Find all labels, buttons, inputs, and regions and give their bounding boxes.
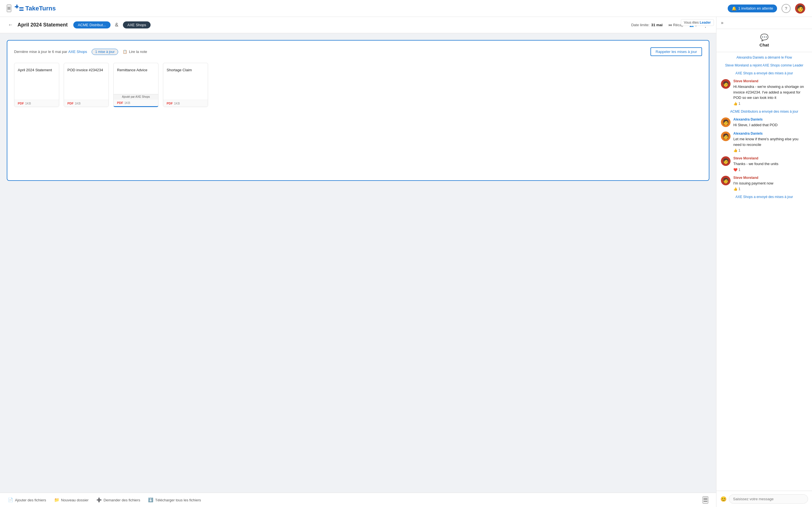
download-all-button[interactable]: ⬇️ Télécharger tous les fichiers xyxy=(148,497,201,503)
note-icon: 📋 xyxy=(123,50,127,54)
date-label: Date limite: xyxy=(631,23,650,27)
file-name-0: April 2024 Statement xyxy=(18,68,56,73)
leader-word: Leader xyxy=(700,20,711,24)
chat-msg-6: 🧑 Alexandra Daniels Let me know if there… xyxy=(721,131,808,152)
svg-rect-1 xyxy=(16,4,17,8)
main-layout: ← April 2024 Statement ACME Distribut...… xyxy=(0,17,812,507)
date-value: 31 mai xyxy=(651,23,663,27)
hamburger-menu[interactable]: ≡ xyxy=(7,4,11,12)
update-badge-button[interactable]: 1 mise à jour xyxy=(92,49,118,55)
note-label: Lire la note xyxy=(129,50,147,54)
msg-reaction-3[interactable]: 👍 1 xyxy=(733,102,808,106)
read-note-button[interactable]: 📋 Lire la note xyxy=(123,50,147,54)
msg-content-6: Alexandra Daniels Let me know if there's… xyxy=(733,131,808,152)
bottom-more-button[interactable]: ☰ xyxy=(703,496,708,504)
system-msg-2: AXE Shops a envoyé des mises à jour xyxy=(721,71,808,75)
pdf-label-0: PDF xyxy=(18,102,24,105)
msg-content-5: Alexandra Daniels Hi Steve, I added that… xyxy=(733,117,808,128)
bell-icon: 🔔 xyxy=(732,6,737,11)
file-card-0[interactable]: April 2024 Statement PDF 1KB xyxy=(14,63,59,107)
add-files-icon: 📄 xyxy=(8,497,13,503)
system-msg-9: AXE Shops a envoyé des mises à jour xyxy=(721,195,808,199)
msg-content-8: Steve Moreland I'm issuing payment now 👍… xyxy=(733,176,808,191)
msg-sender-5: Alexandra Daniels xyxy=(733,117,808,121)
msg-sender-3: Steve Moreland xyxy=(733,79,808,83)
emoji-button[interactable]: 😊 xyxy=(720,496,726,502)
avatar-steve-0: 🧑 xyxy=(721,79,730,89)
ampersand-separator: & xyxy=(115,22,118,28)
content-card: Dernière mise à jour le 6 mai par AXE Sh… xyxy=(7,40,709,181)
help-button[interactable]: ? xyxy=(781,4,791,13)
leader-badge: Vous êtes Leader xyxy=(681,19,714,26)
page-title: April 2024 Statement xyxy=(17,22,68,28)
user-avatar[interactable]: 🧑 xyxy=(795,3,805,13)
new-folder-button[interactable]: 📁 Nouveau dossier xyxy=(54,497,89,503)
axe-tag[interactable]: AXE Shops xyxy=(123,21,151,29)
download-all-icon: ⬇️ xyxy=(148,497,153,503)
msg-content-3: Steve Moreland Hi Alexandra - we're show… xyxy=(733,79,808,106)
file-grid: April 2024 Statement PDF 1KB POD invoice… xyxy=(14,63,702,107)
update-text: Dernière mise à jour le 6 mai par AXE Sh… xyxy=(14,50,87,54)
acme-tag[interactable]: ACME Distribut... xyxy=(73,21,110,29)
chat-msg-3: 🧑 Steve Moreland Hi Alexandra - we're sh… xyxy=(721,79,808,106)
msg-text-8: I'm issuing payment now xyxy=(733,180,808,186)
chat-msg-5: 🧑 Alexandra Daniels Hi Steve, I added th… xyxy=(721,117,808,128)
recall-updates-button[interactable]: Rappeler les mises à jour xyxy=(651,47,702,56)
file-card-3[interactable]: Shortage Claim PDF 1KB xyxy=(163,63,208,107)
request-files-button[interactable]: ➕ Demander des fichiers xyxy=(96,497,140,503)
update-bar: Dernière mise à jour le 6 mai par AXE Sh… xyxy=(14,47,702,56)
file-name-2: Remittance Advice xyxy=(117,68,155,73)
add-files-label: Ajouter des fichiers xyxy=(15,498,46,502)
msg-reaction-7[interactable]: ❤️ 1 xyxy=(733,168,808,172)
avatar-steve-1: 🧑 xyxy=(721,156,730,166)
bottom-toolbar: 📄 Ajouter des fichiers 📁 Nouveau dossier… xyxy=(0,493,716,507)
add-files-button[interactable]: 📄 Ajouter des fichiers xyxy=(8,497,46,503)
file-size-1: 1KB xyxy=(75,102,81,105)
msg-content-7: Steve Moreland Thanks - we found the uni… xyxy=(733,156,808,172)
request-files-icon: ➕ xyxy=(96,497,102,503)
avatar-steve-2: 🧑 xyxy=(721,176,730,185)
msg-sender-8: Steve Moreland xyxy=(733,176,808,180)
new-folder-icon: 📁 xyxy=(54,497,59,503)
chat-icon: 💬 xyxy=(760,34,769,41)
notification-label: 1 invitation en attente xyxy=(738,6,773,10)
msg-reaction-6[interactable]: 👍 1 xyxy=(733,149,808,152)
pdf-label-2: PDF xyxy=(117,101,123,105)
logo-text: TakeTurns xyxy=(26,5,56,12)
chat-header: 💬 Chat xyxy=(716,29,812,52)
chat-input[interactable] xyxy=(729,494,808,504)
svg-rect-2 xyxy=(19,7,24,8)
leader-prefix: Vous êtes xyxy=(684,20,699,24)
msg-text-3: Hi Alexandra - we're showing a shortage … xyxy=(733,84,808,101)
file-size-0: 1KB xyxy=(25,102,31,105)
date-info: Date limite: 31 mai xyxy=(631,23,663,27)
panel-expand-area: » xyxy=(716,17,812,29)
logo: TakeTurns xyxy=(15,4,56,12)
recap-icon: ⏮ xyxy=(668,23,672,27)
chat-input-area: 😊 xyxy=(716,491,812,507)
msg-text-7: Thanks - we found the units xyxy=(733,161,808,167)
system-msg-4: ACME Distributors a envoyé des mises à j… xyxy=(721,110,808,114)
top-navigation: ≡ TakeTurns 🔔 1 invitation en attente ? … xyxy=(0,0,812,17)
msg-sender-6: Alexandra Daniels xyxy=(733,131,808,135)
system-msg-0: Alexandra Daniels a démarré le Flow xyxy=(721,55,808,59)
file-card-2[interactable]: Remittance Advice Ajouté par AXE Shops P… xyxy=(113,63,158,107)
download-all-label: Télécharger tous les fichiers xyxy=(155,498,201,502)
file-card-1[interactable]: POD invoice #234234 PDF 1KB xyxy=(64,63,109,107)
expand-panel-button[interactable]: » xyxy=(719,19,726,26)
notification-button[interactable]: 🔔 1 invitation en attente xyxy=(728,4,777,12)
msg-reaction-8[interactable]: 👍 1 xyxy=(733,187,808,191)
chat-panel: » 💬 Chat Alexandra Daniels a démarré le … xyxy=(716,17,812,507)
msg-text-6: Let me know if there's anything else you… xyxy=(733,136,808,147)
msg-sender-7: Steve Moreland xyxy=(733,156,808,160)
new-folder-label: Nouveau dossier xyxy=(61,498,89,502)
file-name-1: POD invoice #234234 xyxy=(67,68,105,73)
update-author-link[interactable]: AXE Shops xyxy=(68,50,87,54)
header-bar: ← April 2024 Statement ACME Distribut...… xyxy=(0,17,716,33)
pdf-label-1: PDF xyxy=(67,102,73,105)
chat-msg-7: 🧑 Steve Moreland Thanks - we found the u… xyxy=(721,156,808,172)
back-button[interactable]: ← xyxy=(8,22,13,28)
svg-rect-3 xyxy=(19,10,24,11)
chat-messages-list: Alexandra Daniels a démarré le Flow Stev… xyxy=(716,52,812,491)
pdf-label-3: PDF xyxy=(167,102,173,105)
